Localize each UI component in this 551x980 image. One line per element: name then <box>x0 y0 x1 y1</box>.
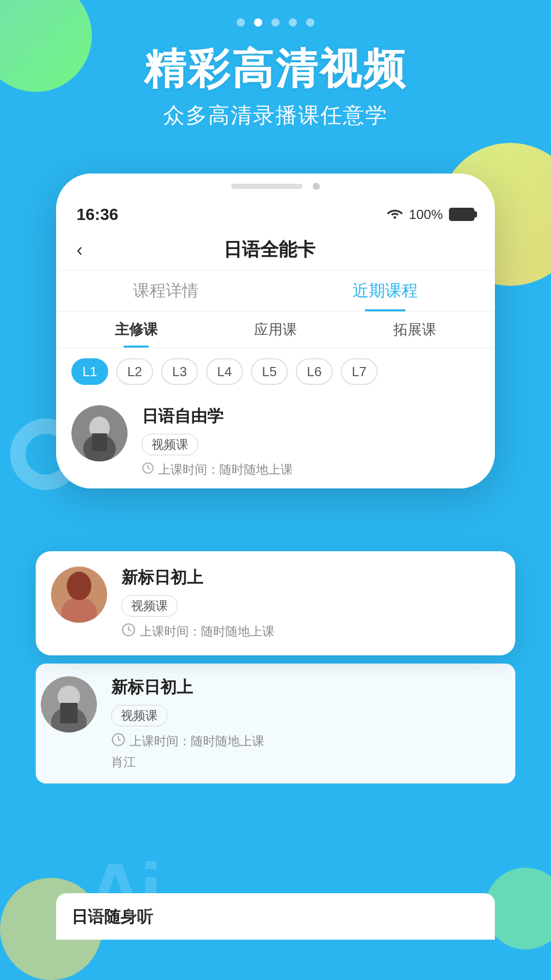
phone-mockup: 16:36 100% ‹ 日语全能卡 课程详情 近期课程 主修 <box>56 174 495 488</box>
back-button[interactable]: ‹ <box>77 239 83 261</box>
tab-recent-courses[interactable]: 近期课程 <box>276 271 495 311</box>
hero-section: 精彩高清视频 众多高清录播课任意学 <box>0 46 551 130</box>
phone-topbar <box>56 174 495 199</box>
tab-extended-course[interactable]: 拓展课 <box>345 312 485 348</box>
svg-line-21 <box>118 740 121 741</box>
clock-icon-1 <box>142 462 154 477</box>
pagination-dot-1[interactable] <box>237 18 245 27</box>
svg-line-7 <box>148 468 150 469</box>
bottom-course-tag-1: 视频课 <box>111 705 167 726</box>
level-btn-l5[interactable]: L5 <box>251 358 288 385</box>
highlight-tag: 视频课 <box>121 595 178 617</box>
svg-point-0 <box>393 216 396 219</box>
level-btn-l6[interactable]: L6 <box>296 358 333 385</box>
highlight-card[interactable]: 新标日初上 视频课 上课时间：随时随地上课 <box>36 551 515 655</box>
course-time-1: 上课时间：随时随地上课 <box>142 461 480 478</box>
svg-rect-4 <box>92 433 107 451</box>
ai-watermark: Ai <box>86 845 157 939</box>
pagination-dot-2[interactable] <box>254 18 262 27</box>
pagination-dots <box>237 18 314 27</box>
level-btn-l2[interactable]: L2 <box>116 358 153 385</box>
svg-line-14 <box>129 630 131 631</box>
highlight-avatar <box>51 567 107 623</box>
status-right: 100% <box>387 207 475 223</box>
page-title: 日语全能卡 <box>93 237 446 262</box>
teacher-label-1: 肖江 <box>111 754 510 770</box>
status-time: 16:36 <box>77 205 118 224</box>
level-btn-l4[interactable]: L4 <box>206 358 243 385</box>
bottom-avatar-1 <box>41 676 97 732</box>
bottom-course-info-1: 新标日初上 视频课 上课时间：随时随地上课 肖江 <box>111 676 510 770</box>
svg-point-11 <box>67 572 91 600</box>
wifi-icon <box>387 207 403 222</box>
level-btn-l3[interactable]: L3 <box>161 358 198 385</box>
highlight-name: 新标日初上 <box>121 567 500 589</box>
pagination-dot-4[interactable] <box>289 18 297 27</box>
hero-title: 精彩高清视频 <box>0 46 551 92</box>
level-buttons: L1 L2 L3 L4 L5 L6 L7 <box>56 348 495 395</box>
tab-course-detail[interactable]: 课程详情 <box>56 271 276 311</box>
hero-subtitle: 众多高清录播课任意学 <box>0 101 551 130</box>
course-info-1: 日语自由学 视频课 上课时间：随时随地上课 <box>142 405 480 478</box>
level-btn-l1[interactable]: L1 <box>71 358 108 385</box>
battery-percent: 100% <box>409 207 443 223</box>
tab-applied-course[interactable]: 应用课 <box>206 312 345 348</box>
battery-icon <box>449 208 474 221</box>
pagination-dot-3[interactable] <box>271 18 280 27</box>
svg-rect-18 <box>60 703 78 723</box>
course-tag-1: 视频课 <box>142 434 198 455</box>
bottom-section: 新标日初上 视频课 上课时间：随时随地上课 肖江 <box>36 664 515 792</box>
clock-icon-bottom <box>111 732 126 750</box>
secondary-tabs: 主修课 应用课 拓展课 <box>56 312 495 348</box>
nav-bar: ‹ 日语全能卡 <box>56 230 495 271</box>
pagination-dot-5[interactable] <box>306 18 314 27</box>
course-item-1[interactable]: 日语自由学 视频课 上课时间：随时随地上课 <box>56 395 495 488</box>
level-btn-l7[interactable]: L7 <box>341 358 378 385</box>
bottom-course-time-1: 上课时间：随时随地上课 <box>111 732 510 750</box>
phone-camera <box>313 183 320 190</box>
highlight-time: 上课时间：随时随地上课 <box>121 623 500 640</box>
bottom-course-name-1: 新标日初上 <box>111 676 510 699</box>
clock-icon-highlight <box>121 623 136 640</box>
phone-notch <box>231 184 303 189</box>
bottom-course-item-1[interactable]: 新标日初上 视频课 上课时间：随时随地上课 肖江 <box>36 664 515 783</box>
course-avatar-1 <box>71 405 128 461</box>
tab-major-course[interactable]: 主修课 <box>66 312 206 348</box>
primary-tabs: 课程详情 近期课程 <box>56 271 495 312</box>
course-name-1: 日语自由学 <box>142 405 480 428</box>
status-bar: 16:36 100% <box>56 199 495 230</box>
highlight-info: 新标日初上 视频课 上课时间：随时随地上课 <box>121 567 500 640</box>
